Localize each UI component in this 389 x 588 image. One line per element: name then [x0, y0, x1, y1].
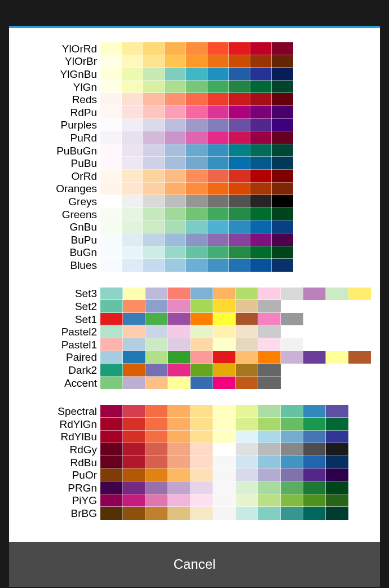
color-swatch — [272, 81, 293, 94]
color-swatch — [168, 364, 191, 377]
palette-row-prgn[interactable]: PRGn — [15, 481, 374, 494]
color-swatch — [143, 55, 165, 68]
color-swatch — [191, 288, 213, 300]
palette-row-pubugn[interactable]: PuBuGn — [15, 144, 374, 157]
color-swatch — [186, 42, 207, 55]
color-swatch — [348, 288, 371, 300]
color-swatch — [168, 507, 191, 520]
color-swatch — [207, 246, 229, 259]
color-swatch — [326, 507, 348, 520]
color-swatch — [122, 208, 143, 221]
color-swatch — [213, 377, 236, 390]
color-swatch — [143, 144, 165, 157]
palette-label: GnBu — [15, 222, 100, 232]
palette-row-ylgnbu[interactable]: YlGnBu — [15, 68, 374, 81]
color-swatch — [168, 494, 191, 507]
palette-row-piyg[interactable]: PiYG — [15, 494, 374, 507]
color-swatch — [123, 377, 145, 390]
color-swatch — [100, 288, 123, 300]
color-swatch — [272, 106, 293, 119]
color-swatch — [250, 81, 272, 94]
color-swatch — [191, 313, 213, 326]
color-swatch — [326, 431, 348, 444]
palette-label: RdYlBu — [15, 431, 100, 442]
palette-row-accent[interactable]: Accent — [15, 377, 374, 390]
palette-row-pastel1[interactable]: Pastel1 — [15, 338, 374, 351]
color-swatch — [100, 220, 122, 233]
color-swatch — [213, 325, 236, 338]
color-swatch — [143, 119, 165, 132]
color-swatch — [165, 157, 186, 170]
color-swatch — [272, 119, 293, 132]
palette-row-rdgy[interactable]: RdGy — [15, 443, 374, 456]
color-swatch — [145, 313, 168, 326]
palette-row-brbg[interactable]: BrBG — [15, 507, 374, 520]
palette-row-spectral[interactable]: Spectral — [15, 405, 374, 418]
color-swatch — [165, 42, 186, 55]
palette-row-set2[interactable]: Set2 — [15, 300, 374, 313]
swatch-strip — [100, 325, 281, 338]
palette-row-reds[interactable]: Reds — [15, 93, 374, 106]
palette-label: RdYlGn — [15, 419, 100, 430]
palette-label: Set2 — [15, 301, 100, 312]
palette-row-ylgn[interactable]: YlGn — [15, 81, 374, 94]
cancel-button[interactable]: Cancel — [9, 542, 380, 587]
palette-label: PiYG — [15, 495, 100, 506]
palette-row-oranges[interactable]: Oranges — [15, 183, 374, 196]
color-swatch — [165, 144, 186, 157]
palette-row-gnbu[interactable]: GnBu — [15, 220, 374, 233]
palette-label: YlGn — [15, 82, 100, 92]
palette-row-ylorrd[interactable]: YlOrRd — [15, 42, 374, 55]
color-swatch — [122, 119, 143, 132]
palette-label: Set3 — [15, 288, 100, 299]
palette-row-puor[interactable]: PuOr — [15, 468, 374, 481]
color-swatch — [191, 456, 213, 469]
color-swatch — [250, 246, 272, 259]
palette-row-rdylbu[interactable]: RdYlBu — [15, 431, 374, 444]
color-swatch — [213, 494, 236, 507]
color-swatch — [168, 481, 191, 494]
dialog-footer: Cancel — [9, 542, 380, 587]
palette-row-bugn[interactable]: BuGn — [15, 246, 374, 259]
color-swatch — [123, 481, 145, 494]
palette-row-ylorbr[interactable]: YlOrBr — [15, 55, 374, 68]
color-swatch — [303, 288, 326, 300]
palette-row-pastel2[interactable]: Pastel2 — [15, 325, 374, 338]
color-swatch — [186, 131, 207, 144]
color-swatch — [191, 494, 213, 507]
color-swatch — [213, 507, 236, 520]
palette-row-dark2[interactable]: Dark2 — [15, 364, 374, 377]
palette-row-set3[interactable]: Set3 — [15, 288, 374, 300]
palette-row-pubu[interactable]: PuBu — [15, 157, 374, 170]
color-swatch — [168, 431, 191, 444]
color-swatch — [281, 405, 303, 418]
palette-row-greys[interactable]: Greys — [15, 195, 374, 208]
palette-row-purples[interactable]: Purples — [15, 119, 374, 132]
palette-row-set1[interactable]: Set1 — [15, 313, 374, 326]
color-swatch — [236, 418, 258, 431]
palette-label: Greys — [15, 196, 100, 207]
color-swatch — [191, 338, 213, 351]
color-swatch — [122, 157, 143, 170]
palette-row-purd[interactable]: PuRd — [15, 131, 374, 144]
color-swatch — [100, 325, 123, 338]
color-swatch — [326, 468, 348, 481]
color-swatch — [168, 313, 191, 326]
color-swatch — [165, 183, 186, 196]
palette-row-paired[interactable]: Paired — [15, 351, 374, 364]
palette-row-rdylgn[interactable]: RdYlGn — [15, 418, 374, 431]
palette-label: BrBG — [15, 508, 100, 519]
color-swatch — [213, 405, 236, 418]
color-swatch — [186, 157, 207, 170]
palette-row-blues[interactable]: Blues — [15, 259, 374, 272]
swatch-strip — [100, 481, 348, 494]
palette-row-rdbu[interactable]: RdBu — [15, 456, 374, 469]
palette-row-bupu[interactable]: BuPu — [15, 233, 374, 246]
swatch-strip — [100, 81, 293, 94]
color-swatch — [272, 68, 293, 81]
color-swatch — [145, 443, 168, 456]
palette-row-greens[interactable]: Greens — [15, 208, 374, 221]
palette-row-rdpu[interactable]: RdPu — [15, 106, 374, 119]
palette-row-orrd[interactable]: OrRd — [15, 170, 374, 183]
color-swatch — [272, 131, 293, 144]
